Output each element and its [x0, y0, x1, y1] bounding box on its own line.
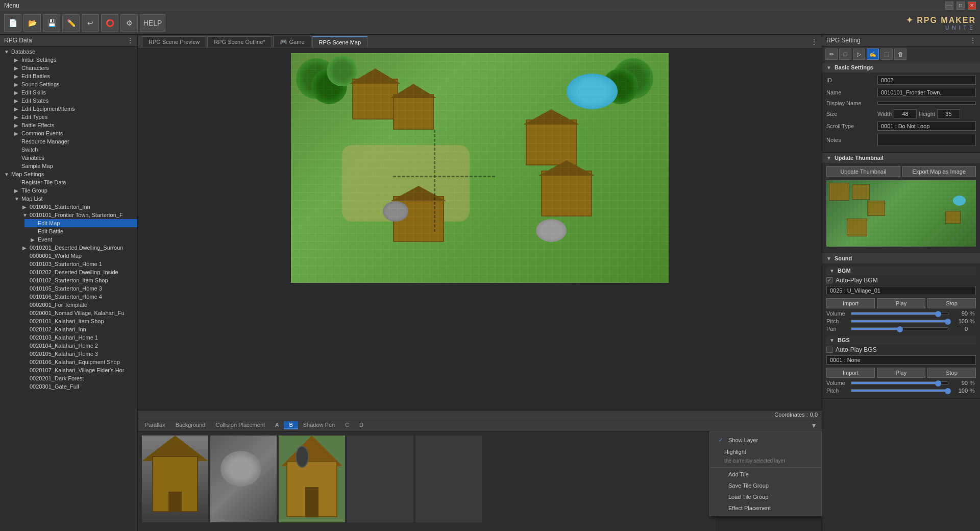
bgm-volume-track[interactable]	[851, 312, 948, 315]
bgm-volume-thumb[interactable]	[935, 311, 941, 317]
bgm-pitch-thumb[interactable]	[945, 319, 951, 325]
tile-tab-collision[interactable]: Collision Placement	[210, 421, 270, 430]
minimize-btn[interactable]: —	[945, 2, 953, 10]
basic-settings-header[interactable]: ▼ Basic Settings	[822, 62, 980, 73]
bgm-pan-thumb[interactable]	[897, 326, 903, 332]
effect-placement-item[interactable]: Effect Placement	[710, 502, 821, 514]
auto-play-bgs-checkbox[interactable]	[826, 347, 832, 353]
setting-rect-btn[interactable]: □	[839, 49, 851, 60]
edit-btn[interactable]: ✏️	[62, 14, 80, 32]
save-btn[interactable]: 💾	[43, 14, 60, 32]
setting-edit-btn[interactable]: ✍	[867, 49, 879, 60]
show-layer-item[interactable]: ✓ Show Layer	[710, 434, 821, 446]
scroll-type-value[interactable]: 0001 : Do Not Loop	[877, 122, 976, 131]
close-btn[interactable]: ✕	[968, 2, 976, 10]
tile-image-2[interactable]	[210, 436, 277, 522]
maximize-btn[interactable]: □	[957, 2, 965, 10]
tree-item-0020201[interactable]: 0020201_Dark Forest	[16, 374, 137, 382]
bgs-volume-thumb[interactable]	[935, 380, 941, 387]
tab-scene-outline[interactable]: RPG Scene Outline*	[207, 36, 272, 47]
tree-item-0002001[interactable]: 0002001_For Template	[16, 301, 137, 309]
tree-item-0020104[interactable]: 0020104_Kalahari_Home 2	[16, 342, 137, 350]
tile-tab-shadow[interactable]: Shadow Pen	[298, 421, 340, 430]
undo-btn[interactable]: ↩	[82, 14, 99, 32]
tree-item-map-list[interactable]: ▼Map List	[8, 195, 137, 203]
help-btn[interactable]: HELP	[140, 14, 165, 32]
notes-value[interactable]	[877, 134, 976, 146]
bgs-play-btn[interactable]: Play	[877, 368, 925, 378]
tree-item-initial-settings[interactable]: ▶Initial Settings	[8, 56, 137, 64]
width-input[interactable]	[894, 109, 917, 118]
bgm-import-btn[interactable]: Import	[826, 298, 875, 308]
tile-tab-d[interactable]: D	[354, 421, 369, 430]
tree-item-sound-settings[interactable]: ▶Sound Settings	[8, 80, 137, 88]
bgm-value[interactable]: 0025 : U_Village_01	[826, 286, 976, 295]
tree-item-0020102[interactable]: 0020102_Kalahari_Inn	[16, 325, 137, 333]
bgm-play-btn[interactable]: Play	[877, 298, 925, 308]
tile-image-5[interactable]	[415, 436, 482, 522]
tile-bar-collapse[interactable]: ▾	[808, 420, 820, 430]
tree-item-0010202[interactable]: 0010202_Deserted Dwelling_Inside	[16, 268, 137, 276]
auto-play-bgm-checkbox[interactable]: ✓	[826, 277, 832, 283]
tree-item-resource-manager[interactable]: Resource Manager	[8, 137, 137, 146]
tree-item-switch[interactable]: Switch	[8, 146, 137, 154]
bgs-import-btn[interactable]: Import	[826, 368, 875, 378]
tree-item-0010101[interactable]: ▼0010101_Frontier Town, Starterton_F	[16, 211, 137, 219]
tree-item-edit-map[interactable]: Edit Map	[24, 219, 137, 227]
save-tile-group-item[interactable]: Save Tile Group	[710, 480, 821, 491]
tree-item-battle-effects[interactable]: ▶Battle Effects	[8, 121, 137, 129]
tree-item-0010001[interactable]: ▶0010001_Starterton_Inn	[16, 203, 137, 211]
tree-item-characters[interactable]: ▶Characters	[8, 64, 137, 72]
tree-item-0010105[interactable]: 0010105_Starterton_Home 3	[16, 284, 137, 293]
tab-scene-preview[interactable]: RPG Scene Preview	[142, 36, 206, 47]
tree-item-0010102[interactable]: 0010102_Starterton_Item Shop	[16, 276, 137, 284]
tree-item-map-settings[interactable]: ▼ Map Settings	[0, 170, 137, 178]
update-thumbnail-header[interactable]: ▼ Update Thumbnail	[822, 153, 980, 163]
tab-game[interactable]: 🎮Game	[273, 36, 311, 47]
menu-label[interactable]: Menu	[4, 2, 19, 9]
tree-item-edit-battles[interactable]: ▶Edit Battles	[8, 72, 137, 80]
tree-item-world-map[interactable]: 0000001_World Map	[16, 252, 137, 260]
id-value[interactable]: 0002	[877, 76, 976, 85]
tree-item-edit-equipment[interactable]: ▶Edit Equipment/Items	[8, 105, 137, 113]
tree-item-register-tile[interactable]: Register Tile Data	[8, 178, 137, 186]
tile-tab-background[interactable]: Background	[170, 421, 211, 430]
setting-pen-btn[interactable]: ✏	[825, 49, 838, 60]
bgs-pitch-track[interactable]	[851, 389, 948, 392]
tree-item-0020301[interactable]: 0020301_Gate_Full	[16, 382, 137, 391]
tile-tab-c[interactable]: C	[340, 421, 354, 430]
tree-item-sample-map[interactable]: Sample Map	[8, 162, 137, 170]
display-name-value[interactable]	[877, 102, 976, 105]
tree-item-0010103[interactable]: 0010103_Starterton_Home 1	[16, 260, 137, 268]
tree-item-edit-types[interactable]: ▶Edit Types	[8, 113, 137, 121]
tree-item-edit-states[interactable]: ▶Edit States	[8, 96, 137, 105]
export-map-btn[interactable]: Export Map as Image	[902, 166, 976, 177]
tree-item-0020106[interactable]: 0020106_Kalahari_Equipment Shop	[16, 358, 137, 366]
sound-header[interactable]: ▼ Sound	[822, 253, 980, 263]
redo-btn[interactable]: ⭕	[101, 14, 118, 32]
settings-btn[interactable]: ⚙	[120, 14, 138, 32]
name-value[interactable]: 0010101_Frontier Town,	[877, 88, 976, 97]
highlight-item[interactable]: Highlight the currently selected layer	[710, 446, 821, 466]
tile-tab-a[interactable]: A	[270, 421, 284, 430]
tree-item-common-events[interactable]: ▶Common Events	[8, 129, 137, 137]
tree-item-tile-group[interactable]: ▶Tile Group	[8, 186, 137, 195]
tree-item-database[interactable]: ▼ Database	[0, 47, 137, 56]
tree-item-0010201[interactable]: ▶0010201_Deserted Dwelling_Surroun	[16, 244, 137, 252]
bgm-stop-btn[interactable]: Stop	[927, 298, 976, 308]
setting-play-btn[interactable]: ▷	[853, 49, 865, 60]
setting-delete-btn[interactable]: 🗑	[894, 49, 906, 60]
tabs-more-icon[interactable]: ⋮	[811, 38, 818, 46]
bgs-pitch-thumb[interactable]	[945, 388, 951, 394]
tree-item-0020001[interactable]: 0020001_Nomad Village, Kalahari_Fu	[16, 309, 137, 317]
load-tile-group-item[interactable]: Load Tile Group	[710, 491, 821, 502]
height-input[interactable]	[937, 109, 960, 118]
tree-item-event[interactable]: ▶Event	[24, 235, 137, 244]
tile-image-1[interactable]	[142, 436, 208, 522]
add-tile-item[interactable]: Add Tile	[710, 469, 821, 480]
left-panel-menu-icon[interactable]: ⋮	[127, 37, 133, 44]
bgs-subsection-header[interactable]: ▼ BGS	[826, 336, 976, 344]
bgs-stop-btn[interactable]: Stop	[927, 368, 976, 378]
tab-scene-map[interactable]: RPG Scene Map	[312, 36, 368, 47]
tree-item-edit-skills[interactable]: ▶Edit Skills	[8, 88, 137, 96]
